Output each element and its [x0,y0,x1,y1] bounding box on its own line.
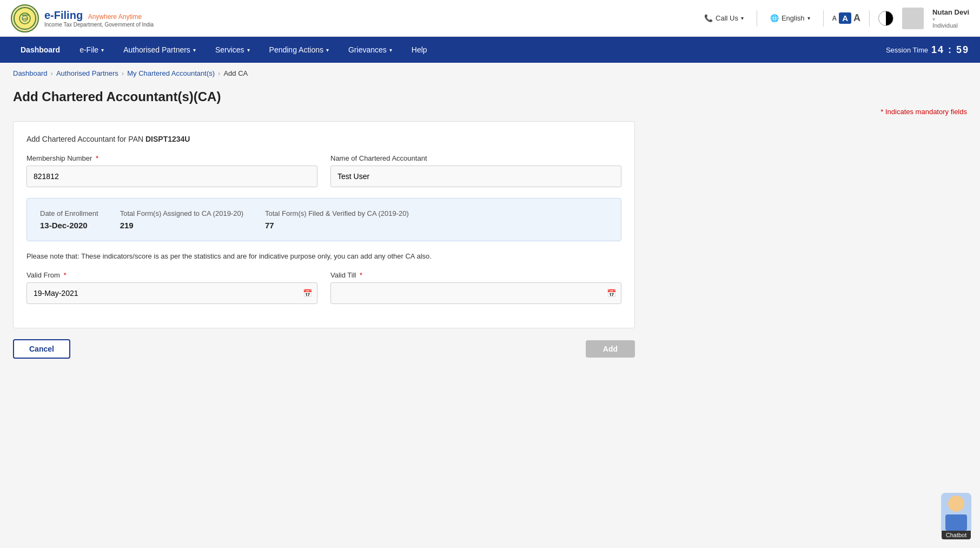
font-small-button[interactable]: A [832,15,837,22]
assigned-value: 219 [120,221,243,230]
form-row-2: Valid From * 📅 Valid Till * 📅 [27,271,621,304]
cancel-button[interactable]: Cancel [13,339,70,359]
divider-1 [757,10,757,27]
services-chevron-icon: ▾ [247,47,250,53]
session-time: Session Time 14 : 59 [886,44,969,56]
svg-text:सत्यमेव: सत्यमेव [21,14,29,17]
logo-emblem: सत्यमेव जयते [11,4,39,32]
efile-chevron-icon: ▾ [101,47,104,53]
breadcrumb-dashboard[interactable]: Dashboard [13,69,48,77]
membership-required: * [96,154,98,162]
breadcrumb-add-ca: Add CA [223,69,248,77]
logo-subtitle: Income Tax Department, Government of Ind… [44,22,154,28]
page-content: Add Chartered Accountant(s)(CA) * Indica… [0,84,980,380]
globe-icon: 🌐 [770,14,779,22]
button-row: Cancel Add [13,328,635,359]
valid-from-wrapper: 📅 [27,282,317,304]
ca-name-label: Name of Chartered Accountant [330,154,621,162]
breadcrumb-my-ca[interactable]: My Chartered Accountant(s) [127,69,215,77]
stat-filed: Total Form(s) Filed & Verified by CA (20… [265,209,409,230]
font-medium-button[interactable]: A [839,12,851,24]
user-name: Nutan Devi [932,8,969,16]
valid-till-calendar-icon[interactable]: 📅 [607,289,616,298]
language-button[interactable]: 🌐 English ▾ [766,12,815,24]
disclaimer: Please note that: These indicators/score… [27,252,621,260]
phone-icon: 📞 [704,14,713,22]
form-row-1: Membership Number * Name of Chartered Ac… [27,154,621,187]
valid-till-group: Valid Till * 📅 [330,271,621,304]
font-controls: A A A [832,12,861,24]
header: सत्यमेव जयते e-Filing Anywhere Anytime I… [0,0,980,37]
font-large-button[interactable]: A [853,12,860,24]
main-nav: Dashboard e-File ▾ Authorised Partners ▾… [0,37,980,63]
avatar [902,8,924,29]
add-button[interactable]: Add [586,340,635,358]
breadcrumb-sep-3: › [218,69,220,77]
filed-value: 77 [265,221,409,230]
logo-area: सत्यमेव जयते e-Filing Anywhere Anytime I… [11,4,154,32]
nav-help[interactable]: Help [402,37,437,63]
divider-2 [823,10,824,27]
stat-enrollment: Date of Enrollment 13-Dec-2020 [40,209,98,230]
auth-chevron-icon: ▾ [193,47,196,53]
membership-group: Membership Number * [27,154,317,187]
membership-label: Membership Number * [27,154,317,162]
valid-from-calendar-icon[interactable]: 📅 [303,289,312,298]
valid-from-required: * [64,271,67,279]
valid-from-label: Valid From * [27,271,317,279]
breadcrumb: Dashboard › Authorised Partners › My Cha… [0,63,980,84]
breadcrumb-sep-2: › [122,69,124,77]
membership-input[interactable] [27,166,317,187]
call-chevron-icon: ▾ [741,15,744,21]
nav-pending-actions[interactable]: Pending Actions ▾ [260,37,339,63]
filed-label: Total Form(s) Filed & Verified by CA (20… [265,209,409,217]
user-role: Individual [932,22,969,29]
valid-till-wrapper: 📅 [330,282,621,304]
logo-text: e-Filing Anywhere Anytime Income Tax Dep… [44,9,154,28]
valid-till-label: Valid Till * [330,271,621,279]
form-card: Add Chartered Accountant for PAN DISPT12… [13,121,635,328]
nav-services[interactable]: Services ▾ [206,37,260,63]
pending-chevron-icon: ▾ [326,47,329,53]
header-controls: 📞 Call Us ▾ 🌐 English ▾ A A A Nutan Devi… [700,8,969,29]
assigned-label: Total Form(s) Assigned to CA (2019-20) [120,209,243,217]
nav-grievances[interactable]: Grievances ▾ [339,37,402,63]
valid-till-input[interactable] [330,282,621,304]
logo-title: e-Filing Anywhere Anytime [44,9,154,22]
nav-authorised-partners[interactable]: Authorised Partners ▾ [114,37,206,63]
page-title: Add Chartered Accountant(s)(CA) [13,89,967,104]
nav-efile[interactable]: e-File ▾ [70,37,114,63]
enrollment-label: Date of Enrollment [40,209,98,217]
user-info: Nutan Devi ▾ Individual [932,8,969,29]
grievances-chevron-icon: ▾ [389,47,392,53]
enrollment-value: 13-Dec-2020 [40,221,98,230]
mandatory-note: * Indicates mandatory fields [13,108,967,116]
breadcrumb-sep-1: › [51,69,53,77]
valid-till-required: * [360,271,362,279]
pan-info: Add Chartered Accountant for PAN DISPT12… [27,135,621,143]
stats-box: Date of Enrollment 13-Dec-2020 Total For… [27,198,621,241]
lang-chevron-icon: ▾ [807,15,810,21]
valid-from-group: Valid From * 📅 [27,271,317,304]
contrast-button[interactable] [878,11,893,26]
ca-name-group: Name of Chartered Accountant [330,154,621,187]
divider-3 [869,10,870,27]
valid-from-input[interactable] [27,282,317,304]
ca-name-input[interactable] [330,166,621,187]
nav-dashboard[interactable]: Dashboard [11,37,70,63]
breadcrumb-authorised-partners[interactable]: Authorised Partners [56,69,118,77]
call-us-button[interactable]: 📞 Call Us ▾ [700,12,748,24]
stat-assigned: Total Form(s) Assigned to CA (2019-20) 2… [120,209,243,230]
